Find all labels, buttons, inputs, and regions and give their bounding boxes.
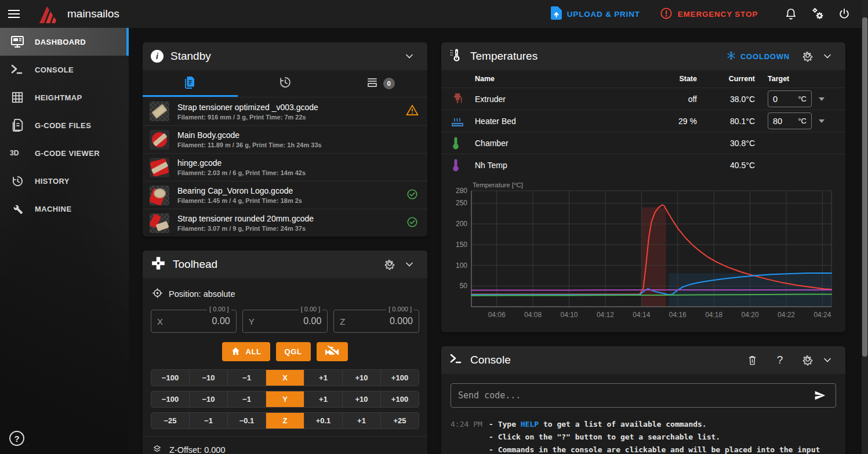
dpad-icon [151, 256, 166, 273]
console-input[interactable] [458, 390, 811, 401]
sidebar-item-heightmap[interactable]: HEIGHTMAP [0, 83, 129, 111]
gear-icon[interactable] [798, 350, 818, 370]
gcode-file-row[interactable]: hinge.gcodeFilament: 2.03 m / 6 g, Print… [143, 153, 427, 181]
heater-name: Chamber [475, 139, 633, 148]
check-circle-icon [406, 216, 418, 230]
heater-state: off [633, 95, 697, 104]
jog-x-button[interactable]: −10 [189, 370, 227, 386]
svg-text:280: 280 [456, 187, 467, 195]
console-message-line: - Type HELP to get a list of available c… [489, 418, 836, 431]
mainsail-logo[interactable] [37, 3, 60, 24]
motors-off-button[interactable] [317, 342, 348, 361]
jog-x-button[interactable]: +100 [380, 370, 419, 386]
jog-y-button[interactable]: +1 [304, 391, 342, 407]
menu-hamburger-icon[interactable] [0, 0, 28, 28]
documents-icon [183, 75, 197, 92]
svg-text:04:24: 04:24 [813, 311, 831, 319]
gear-icon[interactable] [380, 255, 400, 274]
gear-icon[interactable] [798, 46, 818, 66]
scrollbar-thumb[interactable] [862, 17, 867, 357]
cooldown-button[interactable]: COOLDOWN [727, 51, 790, 62]
temperature-table-header: Name State Current Target [441, 70, 845, 88]
gcode-file-meta: Filament: 3.07 m / 9 g, Print Time: 24m … [177, 225, 401, 232]
jog-z-button[interactable]: −25 [151, 413, 189, 428]
target-dropdown-caret[interactable] [819, 119, 825, 123]
sidebar-item-label: HEIGHTMAP [35, 93, 82, 102]
thermometer-lines-icon [449, 48, 463, 65]
jog-y-button[interactable]: +10 [342, 391, 380, 407]
svg-text:04:06: 04:06 [488, 311, 506, 319]
gcode-file-row[interactable]: Strap tensioner optimized _v003.gcodeFil… [143, 97, 427, 125]
qgl-button[interactable]: QGL [276, 342, 311, 361]
target-dropdown-caret[interactable] [819, 97, 825, 101]
tab-history[interactable] [238, 70, 333, 97]
sidebar-item-machine[interactable]: MACHINE [0, 195, 129, 223]
temperature-row[interactable]: Nh Temp40.5°C [441, 154, 845, 176]
tab-print-queue[interactable]: 0 [332, 70, 427, 97]
y-position-field[interactable]: [ 0.00 ] Y 0.00 [242, 310, 328, 333]
jog-z-button[interactable]: +25 [380, 413, 419, 428]
temperature-row[interactable]: Chamber30.8°C [441, 132, 845, 154]
sidebar-item-console[interactable]: CONSOLE [0, 56, 129, 83]
chevron-down-icon[interactable] [818, 350, 837, 370]
dashboard-monitor-icon [0, 35, 35, 48]
jog-y-button[interactable]: −100 [151, 391, 189, 407]
temperature-row[interactable]: Extruderoff38.0°C0°C [441, 88, 845, 110]
target-unit: °C [798, 95, 807, 103]
help-icon[interactable]: ? [9, 431, 24, 446]
svg-text:Temperature [°C]: Temperature [°C] [473, 181, 523, 188]
power-icon[interactable] [831, 0, 858, 28]
emergency-stop-button[interactable]: EMERGENCY STOP [660, 7, 758, 21]
chevron-down-icon[interactable] [400, 46, 419, 66]
gcode-file-meta: Filament: 2.03 m / 6 g, Print Time: 14m … [177, 169, 401, 176]
console-input-row [451, 383, 836, 408]
sidebar-item-history[interactable]: HISTORY [0, 167, 129, 195]
engine-off-icon [325, 346, 339, 358]
jog-z-button[interactable]: +1 [342, 413, 380, 428]
home-all-button[interactable]: ALL [222, 342, 270, 361]
check-circle-icon [406, 188, 418, 202]
gcode-file-meta: Filament: 916 mm / 3 g, Print Time: 7m 2… [177, 114, 401, 121]
interface-settings-gears-icon[interactable] [804, 0, 831, 28]
jog-x-button[interactable]: −100 [151, 370, 189, 386]
upload-print-button[interactable]: UPLOAD & PRINT [551, 6, 640, 21]
jog-y-button[interactable]: +100 [380, 391, 419, 407]
console-command-link[interactable]: HELP [521, 420, 539, 428]
target-unit: °C [798, 117, 807, 125]
jog-x-button[interactable]: +1 [304, 370, 342, 386]
jog-controls: −100−10−1X+1+10+100−100−10−1Y+1+10+100−2… [151, 369, 419, 429]
heater-bed-icon [451, 114, 475, 128]
page-scrollbar[interactable] [862, 0, 868, 454]
gcode-file-row[interactable]: Bearing Cap_Voron Logo.gcodeFilament: 1.… [143, 181, 427, 209]
send-icon[interactable] [811, 387, 829, 404]
jog-z-button[interactable]: −0.1 [227, 413, 266, 428]
sidebar-item-dashboard[interactable]: DASHBOARD [0, 28, 129, 56]
gcode-file-row[interactable]: Strap tensioner rounded 20mm.gcodeFilame… [143, 209, 427, 237]
x-position-field[interactable]: [ 0.00 ] X 0.00 [151, 310, 237, 333]
tab-gcode-files[interactable] [143, 70, 238, 97]
jog-x-button[interactable]: +10 [342, 370, 380, 386]
chevron-down-icon[interactable] [818, 46, 837, 66]
temperature-row[interactable]: Heater Bed29 %80.1°C80°C [441, 110, 845, 132]
z-position-field[interactable]: [ 0.000 ] Z 0.000 [333, 310, 419, 333]
sidebar-item-g-code-viewer[interactable]: 3DG-CODE VIEWER [0, 139, 129, 167]
jog-z-button[interactable]: +0.1 [304, 413, 342, 428]
jog-y-button[interactable]: −1 [227, 391, 266, 407]
notifications-bell-icon[interactable] [778, 0, 804, 28]
jog-z-button[interactable]: −1 [189, 413, 227, 428]
sidebar-item-label: MACHINE [35, 205, 71, 213]
chevron-down-icon[interactable] [400, 255, 419, 274]
trash-icon[interactable] [742, 350, 762, 370]
console-log: 4:24 PM- Type HELP to get a list of avai… [441, 410, 845, 454]
history-clock-icon [0, 175, 35, 188]
jog-axis-label-y: Y [266, 391, 304, 407]
svg-text:04:08: 04:08 [524, 311, 542, 319]
sidebar-item-g-code-files[interactable]: G-CODE FILES [0, 111, 129, 139]
jog-y-button[interactable]: −10 [189, 391, 227, 407]
gcode-file-row[interactable]: Main Body.gcodeFilament: 11.89 m / 36 g,… [143, 125, 427, 153]
target-temp-input[interactable]: 80°C [768, 112, 812, 129]
target-temp-input[interactable]: 0°C [768, 90, 812, 107]
sidebar-item-label: G-CODE FILES [35, 121, 91, 130]
jog-x-button[interactable]: −1 [227, 370, 266, 386]
command-help-icon[interactable]: ? [770, 350, 790, 370]
